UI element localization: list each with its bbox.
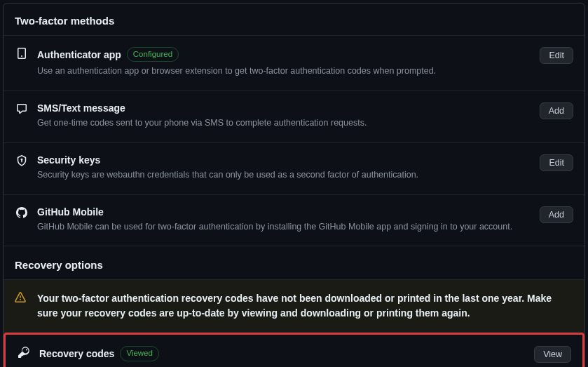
configured-badge: Configured: [127, 47, 179, 62]
device-mobile-icon: [15, 47, 29, 64]
edit-button[interactable]: Edit: [540, 154, 573, 171]
method-github-mobile: GitHub Mobile GitHub Mobile can be used …: [4, 195, 584, 247]
method-title: SMS/Text message: [37, 102, 125, 114]
method-title: Authenticator app: [37, 49, 121, 60]
recovery-codes-highlight: Recovery codes Viewed Recovery codes can…: [4, 333, 584, 367]
recovery-codes-desc: Recovery codes can be used to access you…: [39, 364, 526, 368]
alert-icon: [15, 291, 29, 303]
method-desc: GitHub Mobile can be used for two-factor…: [37, 220, 531, 234]
add-button[interactable]: Add: [540, 206, 573, 223]
method-security-keys: Security keys Security keys are webauthn…: [4, 143, 584, 195]
method-desc: Security keys are webauthn credentials t…: [37, 168, 531, 182]
method-sms: SMS/Text message Get one-time codes sent…: [4, 91, 584, 143]
two-factor-methods-header: Two-factor methods: [4, 4, 584, 36]
recovery-codes-title: Recovery codes: [39, 348, 114, 359]
warning-text: Your two-factor authentication recovery …: [37, 291, 573, 321]
shield-lock-icon: [15, 154, 29, 171]
method-desc: Use an authentication app or browser ext…: [37, 65, 531, 78]
method-title: GitHub Mobile: [37, 206, 104, 218]
recovery-options-header: Recovery options: [4, 246, 584, 280]
recovery-codes-row: Recovery codes Viewed Recovery codes can…: [6, 335, 582, 367]
method-title: Security keys: [37, 154, 100, 166]
edit-button[interactable]: Edit: [540, 47, 573, 64]
key-icon: [17, 346, 31, 363]
method-authenticator: Authenticator app Configured Use an auth…: [4, 36, 584, 91]
two-factor-panel: Two-factor methods Authenticator app Con…: [3, 3, 585, 367]
view-button[interactable]: View: [534, 346, 571, 363]
viewed-badge: Viewed: [120, 346, 159, 361]
mark-github-icon: [15, 206, 29, 223]
recovery-warning: Your two-factor authentication recovery …: [4, 280, 584, 333]
comment-icon: [15, 102, 29, 119]
method-desc: Get one-time codes sent to your phone vi…: [37, 116, 531, 130]
add-button[interactable]: Add: [540, 102, 573, 119]
